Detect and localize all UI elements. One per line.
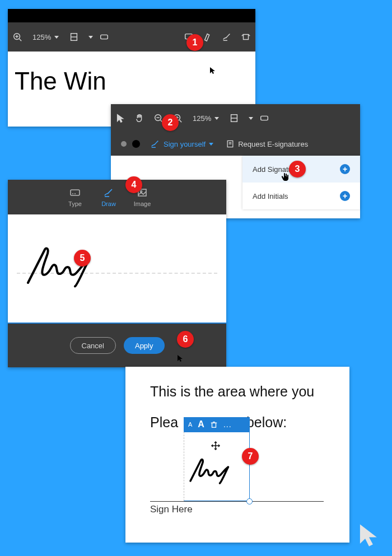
decrease-size-button[interactable]: A [188,421,192,428]
placed-signature-glyph [188,451,244,488]
increase-size-button[interactable]: A [198,419,204,429]
fit-width-icon[interactable] [225,107,244,129]
plus-icon: + [340,191,350,201]
hand-tool-icon[interactable] [130,107,149,129]
top-toolbar: 125% [8,22,255,52]
toolbar-caret[interactable] [83,26,95,48]
drawn-signature [24,237,113,293]
resize-handle[interactable] [246,498,253,504]
plus-icon: + [340,164,350,174]
color-indicator-icon[interactable] [121,141,127,147]
signature-draw-canvas[interactable] [8,214,226,324]
signature-bounding-box[interactable] [184,432,250,501]
select-tool-icon[interactable] [111,107,130,129]
step-marker-7: 7 [242,448,259,465]
svg-rect-6 [101,35,108,39]
step-marker-6: 6 [177,331,194,348]
step-marker-3: 3 [289,161,306,177]
svg-rect-19 [261,116,268,120]
sign-yourself-button[interactable]: Sign yourself [150,139,213,149]
apply-button[interactable]: Apply [124,337,165,354]
request-esignatures-button[interactable]: Request E-signatures [226,139,308,148]
secondary-toolbar: 125% [111,104,360,132]
chevron-down-icon [214,117,219,120]
color-black-icon[interactable] [132,140,140,148]
svg-rect-24 [71,190,80,195]
fit-width-icon[interactable] [64,26,83,48]
read-mode-icon[interactable] [95,26,114,48]
svg-line-1 [20,39,22,41]
stamp-icon[interactable] [236,26,255,48]
ghost-cursor-icon [356,522,382,548]
more-options-button[interactable]: ... [223,420,232,429]
tab-type[interactable]: Type [58,180,92,214]
zoom-in-icon[interactable] [8,26,27,48]
canvas-underline [8,323,226,324]
zoom-level[interactable]: 125% [187,114,225,123]
dialog-button-row: Cancel Apply [8,324,226,367]
step-marker-4: 4 [125,176,142,193]
cursor-pointer-icon [177,354,185,362]
window-titlebar [8,9,255,22]
sign-toolbar: Sign yourself Request E-signatures [111,132,360,156]
sign-tool-icon[interactable] [217,26,236,48]
step-marker-2: 2 [162,114,179,131]
move-icon[interactable] [211,441,220,450]
signature-edit-toolbar: A A ... [184,417,250,432]
doc-text-line-1: This is the area where you [150,384,325,400]
step-marker-1: 1 [186,34,203,51]
toolbar-caret[interactable] [244,107,255,129]
placed-signature-box[interactable]: A A ... [184,417,250,501]
step-marker-5: 5 [74,250,91,267]
cursor-pointer-icon [209,67,217,74]
chevron-down-icon [54,36,59,39]
read-mode-icon[interactable] [255,107,274,129]
signature-line [150,501,324,502]
hand-cursor-icon [281,172,289,181]
svg-line-14 [180,120,182,123]
svg-rect-30 [212,423,216,427]
cancel-button[interactable]: Cancel [70,337,116,354]
signature-mode-tabs: Type Draw Image [8,180,226,214]
sign-here-label: Sign Here [150,504,193,515]
add-initials-item[interactable]: Add Initials + [242,183,360,209]
chevron-down-icon [209,143,213,146]
zoom-level[interactable]: 125% [27,33,64,41]
trash-icon[interactable] [210,420,218,428]
tab-draw[interactable]: Draw [92,180,125,214]
svg-rect-9 [244,35,249,40]
document-text: The Win [15,67,106,95]
